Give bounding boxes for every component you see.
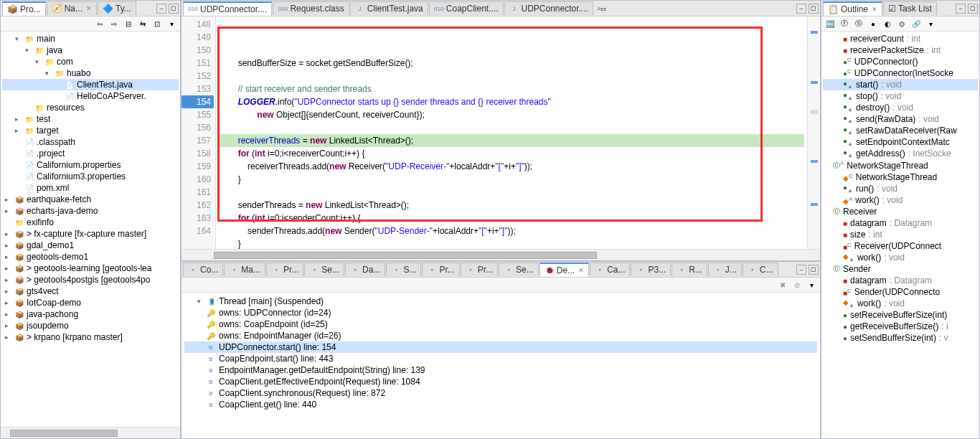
tree-item[interactable]: ▸📦jsoupdemo [2,320,179,331]
hide-static-icon[interactable]: ⓢ [853,18,864,29]
tree-item[interactable]: ▸📦geotools-demo1 [2,251,179,263]
link-icon[interactable]: 🔗 [910,18,922,29]
outline-item[interactable]: ●CUDPConnector() [823,56,978,67]
editor-tab[interactable]: 010UDPConnector.... [183,1,272,16]
tab-outline[interactable]: 📋Outline✕ [823,1,882,16]
forward-icon[interactable]: ⇨ [108,18,120,29]
code-line[interactable]: for (int i=0;i<senderCount;i++) { [219,212,804,225]
maximize-icon[interactable]: ▢ [809,4,819,14]
outline-item[interactable]: ◆CNetworkStageThread [823,171,978,183]
menu-icon[interactable]: ▾ [925,18,936,29]
minimize-icon[interactable]: – [956,4,966,14]
code-line[interactable] [219,186,804,199]
outline-item[interactable]: ●▲stop() : void [823,90,978,102]
remove-icon[interactable]: ✖ [777,279,788,291]
editor-scrollbar[interactable] [182,249,820,260]
stack-frame[interactable]: ≡CoapClient.synchronous(Request) line: 8… [184,387,817,399]
close-icon[interactable]: ✕ [578,267,584,274]
tree-item[interactable]: ▸📦gdal_demo1 [2,240,179,251]
minimize-icon[interactable]: – [796,4,806,14]
outline-item[interactable]: ●▲setRawDataReceiver(Raw [823,125,978,136]
hide-local-icon[interactable]: ◐ [882,18,893,29]
debug-tab[interactable]: ▫S... [386,263,421,276]
debug-tab[interactable]: ▫Se... [499,263,539,276]
stack-frame[interactable]: ≡CoapClient.getEffectiveEndpoint(Request… [184,376,817,387]
debug-tab[interactable]: 🐞De...✕ [540,263,589,277]
outline-item[interactable]: ●CUDPConnector(InetSocke [823,67,978,79]
tree-item[interactable]: ▸📦gts4vect [2,285,179,297]
outline-item[interactable]: ■datagram : Datagram [823,217,978,229]
outline-item[interactable]: ◆▲work() : void [823,298,978,309]
tree-item[interactable]: ▾📁com [2,56,179,67]
outline-item[interactable]: ●setReceiveBufferSize(int) [823,309,978,321]
code-line[interactable]: new Object[]{senderCount, receiverCount}… [219,108,804,121]
tree-item[interactable]: ▸📦> fx-capture [fx-capture master] [2,228,179,240]
thread-node[interactable]: ▾🧵Thread [main] (Suspended) [184,296,817,307]
remove-all-icon[interactable]: ⊘ [791,279,803,291]
outline-item[interactable]: ◆Awork() : void [823,194,978,206]
outline-item[interactable]: ■datagram : Datagram [823,275,978,286]
outline-tree[interactable]: ■receiverCount : int■receiverPacketSize … [821,32,979,438]
code-line[interactable] [219,70,804,82]
tab-tasklist[interactable]: ☑Task List [883,1,937,15]
collapse-icon[interactable]: ⊟ [123,18,134,29]
outline-item[interactable]: ●▲destroy() : void [823,102,978,113]
tree-scrollbar[interactable] [1,427,180,438]
debug-tab[interactable]: ▫Ca... [590,263,630,276]
editor-tab[interactable]: JUDPConnector.... [504,1,593,15]
focus-icon[interactable]: ⊙ [896,18,908,29]
tree-item[interactable]: 📁exifinfo [2,217,179,228]
outline-item[interactable]: ■receiverCount : int [823,33,978,44]
tree-item[interactable]: 📄HelloCoAPServer. [2,90,179,102]
tree-item[interactable]: ▸📁test [2,113,179,125]
tree-item[interactable]: 📁resources [2,102,179,113]
code-line[interactable]: senderThreads.add(new Sender("UDP-Sender… [219,225,804,237]
debug-tab[interactable]: ▫J... [708,263,742,276]
editor-tab[interactable]: JClientTest.java [350,1,428,15]
overview-ruler[interactable] [807,16,820,249]
menu-icon[interactable]: ▾ [166,18,177,29]
code-line[interactable]: senderThreads = new LinkedList<Thread>()… [219,199,804,212]
debug-tab[interactable]: ▫C... [743,263,778,276]
link-icon[interactable]: ⇆ [137,18,149,29]
outline-item[interactable]: ⒸSender [823,263,978,275]
debug-tab[interactable]: ▫R... [672,263,707,276]
editor-tab[interactable]: 010Request.class [273,1,349,15]
close-icon[interactable]: ✕ [872,6,877,13]
code-line[interactable]: for (int i=0;i<receiverCount;i++) { [219,147,804,160]
code-area[interactable]: sendBufferSize = socket.getSendBufferSiz… [216,16,807,249]
code-line[interactable]: receiverThreads = new LinkedList<Thread>… [219,134,804,147]
minimize-icon[interactable]: – [796,265,806,275]
code-line[interactable] [219,121,804,134]
tab-navigator[interactable]: 🧭Na...✕ [47,1,97,15]
tree-item[interactable]: ▸📦java-pachong [2,308,179,320]
tree-item[interactable]: ▾📁java [2,44,179,56]
outline-item[interactable]: ●▲send(RawData) : void [823,113,978,125]
tree-item[interactable]: ▸📦> geotools4postgis [geotools4po [2,274,179,285]
tree-item[interactable]: ▸📦earthquake-fetch [2,194,179,205]
debug-tab[interactable]: ▫Pr... [422,263,459,276]
tree-item[interactable]: 📄pom.xml [2,182,179,194]
outline-item[interactable]: ●▲getAddress() : InetSocke [823,148,978,159]
tree-item[interactable]: 📄.project [2,148,179,159]
stack-frame[interactable]: 🔑owns: CoapEndpoint (id=25) [184,318,817,330]
tab-overflow[interactable]: »₃₃ [594,4,610,12]
back-icon[interactable]: ⇦ [94,18,105,29]
stack-frame[interactable]: 🔑owns: EndpointManager (id=26) [184,330,817,341]
maximize-icon[interactable]: ▢ [968,4,978,14]
close-icon[interactable]: ✕ [86,5,92,12]
outline-item[interactable]: ●▲start() : void [823,79,978,90]
outline-item[interactable]: ●▲setEndpointContextMatc [823,136,978,148]
outline-item[interactable]: ◆▲work() : void [823,252,978,263]
outline-item[interactable]: ■CReceiver(UDPConnect [823,240,978,252]
view-menu-icon[interactable]: ▾ [806,279,817,291]
stack-frame[interactable]: ≡UDPConnector.start() line: 154 [184,341,817,353]
debug-tab[interactable]: ▫Co... [183,263,223,276]
tree-item[interactable]: ▸📦echarts-java-demo [2,205,179,217]
outline-item[interactable]: ⒸReceiver [823,206,978,217]
tree-item[interactable]: ▾📁huabo [2,67,179,79]
tree-item[interactable]: ▸📦> krpano [krpano master] [2,331,179,343]
outline-item[interactable]: ■CSender(UDPConnecto [823,286,978,298]
minimize-icon[interactable]: – [156,4,166,14]
code-line[interactable]: receiverThreads.add(new Receiver("UDP-Re… [219,160,804,173]
